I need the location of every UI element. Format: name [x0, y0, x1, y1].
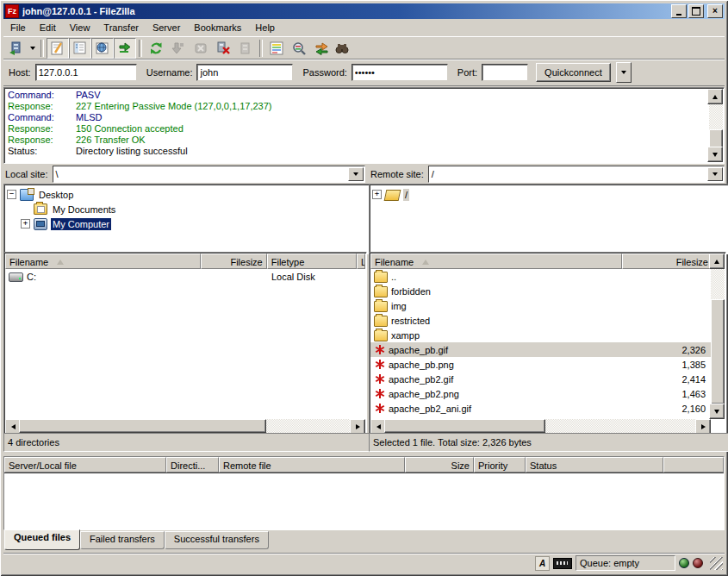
scrollbar-thumb[interactable]	[19, 419, 266, 433]
refresh-button[interactable]	[145, 38, 167, 59]
find-files-button[interactable]	[333, 38, 352, 59]
directory-listing-filters-button[interactable]	[265, 38, 288, 59]
scroll-down-button[interactable]	[709, 404, 725, 419]
file-row-local-drive[interactable]: C: Local Disk	[5, 269, 365, 284]
queue-tab[interactable]: Failed transfers	[80, 531, 165, 549]
scroll-right-button[interactable]	[695, 419, 711, 433]
expand-icon[interactable]: +	[372, 190, 382, 199]
reconnect-button[interactable]	[234, 38, 257, 59]
queue-tab[interactable]: Queued files	[4, 529, 80, 550]
resize-grip[interactable]	[710, 557, 723, 570]
queue-body[interactable]	[4, 473, 724, 529]
file-row[interactable]: img	[370, 298, 711, 313]
drive-icon	[9, 272, 23, 282]
site-manager-icon	[9, 41, 24, 55]
cancel-operation-button[interactable]	[190, 38, 212, 59]
scroll-up-button[interactable]	[709, 254, 725, 269]
column-header-priority[interactable]: Priority	[474, 457, 526, 473]
toggle-message-log-button[interactable]	[47, 38, 69, 59]
message-log: Command: PASV Response: 227 Entering Pas…	[3, 87, 725, 164]
file-row[interactable]: ..	[370, 269, 711, 284]
log-line: Response: 227 Entering Passive Mode (127…	[5, 101, 723, 112]
menu-item[interactable]: View	[63, 21, 97, 34]
column-header-filetype[interactable]: Filetype	[267, 254, 357, 269]
file-icon	[374, 316, 388, 327]
username-input[interactable]	[196, 64, 293, 81]
scrollbar-thumb[interactable]	[709, 129, 723, 148]
scroll-up-button[interactable]	[707, 89, 723, 104]
process-queue-icon	[171, 41, 185, 55]
disconnect-button[interactable]	[212, 38, 234, 59]
tree-item-root[interactable]: + /	[372, 187, 728, 202]
menu-item[interactable]: Server	[146, 21, 187, 34]
file-row[interactable]: restricted	[370, 313, 711, 328]
scrollbar-thumb[interactable]	[384, 419, 545, 433]
column-header-server-local-file[interactable]: Server/Local file	[4, 457, 166, 473]
disconnect-icon	[216, 41, 231, 55]
tree-item-label: /	[403, 189, 409, 201]
local-site-combo[interactable]: \	[53, 166, 365, 183]
column-header-direction[interactable]: Directi...	[166, 457, 219, 473]
quickconnect-button[interactable]: Quickconnect	[536, 63, 611, 82]
maximize-button[interactable]	[688, 4, 704, 18]
file-size	[620, 269, 709, 284]
scroll-down-button[interactable]	[707, 147, 723, 162]
file-row[interactable]: apache_pb2_ani.gif 2,160	[370, 401, 711, 416]
log-scrollbar[interactable]	[709, 89, 723, 162]
menu-item[interactable]: Transfer	[96, 21, 146, 34]
scroll-right-button[interactable]	[350, 419, 365, 433]
quickconnect-dropdown[interactable]	[616, 62, 632, 83]
password-input[interactable]	[352, 64, 448, 81]
column-header-filesize[interactable]: Filesize	[201, 254, 267, 269]
process-queue-button[interactable]	[167, 38, 190, 59]
close-button[interactable]: ×	[707, 4, 723, 18]
toggle-remote-tree-button[interactable]	[91, 38, 114, 59]
column-header-filename[interactable]: Filename	[370, 254, 622, 269]
queue-tab[interactable]: Successful transfers	[165, 531, 269, 549]
collapse-icon[interactable]: −	[7, 190, 16, 199]
site-manager-button[interactable]	[5, 38, 28, 59]
file-size	[620, 298, 709, 313]
file-row[interactable]: apache_pb2.png 1,463	[370, 386, 711, 401]
minimize-button[interactable]	[671, 4, 687, 18]
title-bar[interactable]: Fz john@127.0.0.1 - FileZilla ×	[3, 3, 725, 19]
local-site-label: Local site:	[3, 169, 53, 179]
scrollbar-thumb[interactable]	[711, 299, 725, 404]
file-row[interactable]: forbidden	[370, 284, 711, 298]
toolbar-separator	[40, 40, 44, 57]
chevron-down-icon	[712, 172, 718, 176]
synchronized-browsing-button[interactable]	[310, 38, 333, 59]
remote-site-combo-button[interactable]	[707, 167, 723, 181]
menu-item[interactable]: File	[3, 21, 33, 34]
tree-item-my-documents[interactable]: My Documents	[7, 202, 369, 216]
queue-status-box: Queue: empty	[576, 555, 675, 571]
toggle-transfer-queue-button[interactable]	[114, 38, 136, 59]
site-manager-dropdown[interactable]	[28, 39, 38, 58]
column-header-filename[interactable]: Filename	[5, 254, 201, 269]
port-input[interactable]	[482, 64, 528, 81]
column-header-status[interactable]: Status	[526, 457, 663, 473]
file-row[interactable]: apache_pb2.gif 2,414	[370, 372, 711, 386]
host-input[interactable]	[35, 64, 137, 81]
file-row[interactable]: apache_pb.gif 2,326	[370, 342, 711, 357]
expand-icon[interactable]: +	[21, 219, 30, 229]
column-header-lastmodified[interactable]: L	[357, 254, 365, 269]
local-site-combo-button[interactable]	[348, 167, 364, 181]
menu-item[interactable]: Help	[248, 21, 282, 34]
tree-item-desktop[interactable]: − Desktop	[7, 187, 369, 202]
remote-vertical-scrollbar[interactable]	[711, 254, 725, 419]
toggle-local-tree-button[interactable]	[69, 38, 91, 59]
remote-horizontal-scrollbar[interactable]	[370, 419, 711, 433]
file-row[interactable]: xampp	[370, 328, 711, 342]
tree-item-my-computer[interactable]: + My Computer	[7, 216, 369, 231]
column-header-filesize[interactable]: Filesize	[622, 254, 712, 269]
remote-site-combo[interactable]: /	[428, 166, 725, 183]
column-header-size[interactable]: Size	[405, 457, 474, 473]
file-row[interactable]: apache_pb.png 1,385	[370, 357, 711, 372]
menu-item[interactable]: Edit	[33, 21, 63, 34]
host-label: Host:	[9, 67, 31, 78]
menu-item[interactable]: Bookmarks	[187, 21, 248, 34]
column-header-remote-file[interactable]: Remote file	[219, 457, 405, 473]
local-horizontal-scrollbar[interactable]	[5, 419, 365, 433]
directory-comparison-button[interactable]	[288, 38, 310, 59]
